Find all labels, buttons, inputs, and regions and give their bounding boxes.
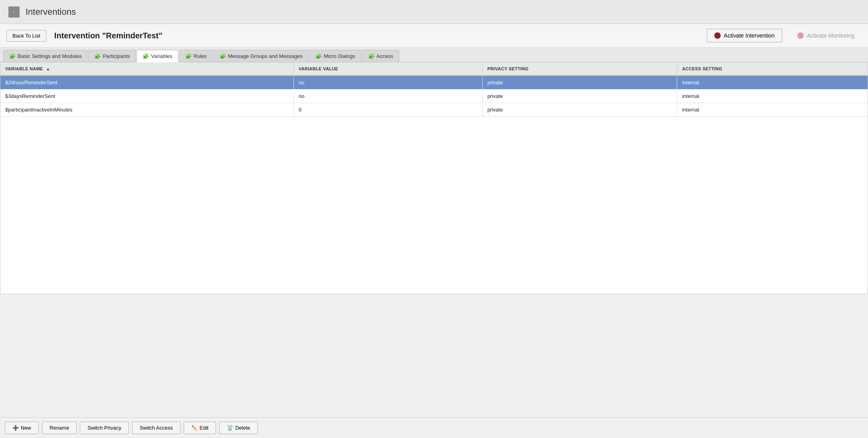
- tab-label-variables: Variables: [151, 53, 172, 59]
- cell-variable-name: $3daysReminderSent: [0, 90, 293, 103]
- table-header-row: VARIABLE NAME ▲ VARIABLE VALUE PRIVACY S…: [0, 62, 868, 76]
- tab-label-access: Access: [377, 53, 393, 59]
- col-header-access-setting[interactable]: ACCESS SETTING: [677, 62, 868, 76]
- monitoring-dot: [797, 32, 804, 39]
- table-row[interactable]: $participantInactiveInMinutes0privateint…: [0, 103, 868, 117]
- svg-rect-2: [8, 12, 14, 18]
- tabs-bar: 🧩 Basic Settings and Modules 🧩 Participa…: [0, 48, 868, 62]
- svg-rect-0: [8, 6, 14, 12]
- table-row[interactable]: $3daysReminderSentnoprivateinternal: [0, 90, 868, 103]
- tab-label-message-groups: Message Groups and Messages: [228, 53, 303, 59]
- svg-rect-3: [14, 12, 20, 18]
- back-to-list-button[interactable]: Back To List: [6, 30, 46, 42]
- col-header-variable-name[interactable]: VARIABLE NAME ▲: [0, 62, 293, 76]
- tab-basic-settings[interactable]: 🧩 Basic Settings and Modules: [3, 50, 87, 62]
- tab-icon-variables: 🧩: [143, 53, 149, 59]
- activate-monitoring-button[interactable]: Activate Monitoring: [790, 29, 862, 42]
- activate-dot: [714, 32, 721, 39]
- activate-intervention-button[interactable]: Activate Intervention: [707, 29, 782, 42]
- cell-access-setting: internal: [677, 103, 868, 117]
- col-label-variable-value: VARIABLE VALUE: [299, 66, 338, 71]
- activate-monitoring-label: Activate Monitoring: [807, 32, 854, 39]
- tab-label-basic-settings: Basic Settings and Modules: [18, 53, 81, 59]
- cell-variable-value: no: [293, 90, 482, 103]
- main-content: VARIABLE NAME ▲ VARIABLE VALUE PRIVACY S…: [0, 62, 868, 294]
- tab-icon-micro-dialogs: 🧩: [315, 53, 322, 59]
- cell-variable-name: $24hourReminderSent: [0, 76, 293, 90]
- activate-intervention-label: Activate Intervention: [724, 32, 775, 39]
- cell-variable-value: no: [293, 76, 482, 90]
- col-label-variable-name: VARIABLE NAME: [5, 66, 43, 71]
- svg-rect-1: [14, 6, 20, 12]
- tab-icon-rules: 🧩: [185, 53, 192, 59]
- tab-message-groups[interactable]: 🧩 Message Groups and Messages: [214, 50, 309, 62]
- toolbar: Back To List Intervention "ReminderTest"…: [0, 24, 868, 48]
- tab-icon-message-groups: 🧩: [220, 53, 226, 59]
- col-header-variable-value[interactable]: VARIABLE VALUE: [293, 62, 482, 76]
- app-header: Interventions: [0, 0, 868, 24]
- sort-arrow-variable-name: ▲: [46, 67, 50, 71]
- cell-privacy-setting: private: [482, 103, 677, 117]
- app-title: Interventions: [26, 7, 76, 17]
- intervention-title: Intervention "ReminderTest": [54, 31, 699, 40]
- cell-privacy-setting: private: [482, 90, 677, 103]
- tab-micro-dialogs[interactable]: 🧩 Micro Dialogs: [309, 50, 361, 62]
- app-icon: [6, 4, 22, 20]
- col-header-privacy-setting[interactable]: PRIVACY SETTING: [482, 62, 677, 76]
- tab-label-participants: Participants: [103, 53, 130, 59]
- tab-variables[interactable]: 🧩 Variables: [137, 50, 178, 62]
- tab-access[interactable]: 🧩 Access: [362, 50, 399, 62]
- cell-variable-value: 0: [293, 103, 482, 117]
- cell-access-setting: internal: [677, 76, 868, 90]
- cell-privacy-setting: private: [482, 76, 677, 90]
- tab-icon-access: 🧩: [368, 53, 375, 59]
- col-label-access-setting: ACCESS SETTING: [682, 66, 722, 71]
- variables-table: VARIABLE NAME ▲ VARIABLE VALUE PRIVACY S…: [0, 62, 868, 117]
- tab-icon-basic-settings: 🧩: [9, 53, 16, 59]
- tab-participants[interactable]: 🧩 Participants: [88, 50, 136, 62]
- table-row[interactable]: $24hourReminderSentnoprivateinternal: [0, 76, 868, 90]
- tab-rules[interactable]: 🧩 Rules: [179, 50, 213, 62]
- cell-variable-name: $participantInactiveInMinutes: [0, 103, 293, 117]
- tab-label-rules: Rules: [194, 53, 207, 59]
- tab-icon-participants: 🧩: [94, 53, 101, 59]
- cell-access-setting: internal: [677, 90, 868, 103]
- tab-label-micro-dialogs: Micro Dialogs: [324, 53, 355, 59]
- col-label-privacy-setting: PRIVACY SETTING: [488, 66, 529, 71]
